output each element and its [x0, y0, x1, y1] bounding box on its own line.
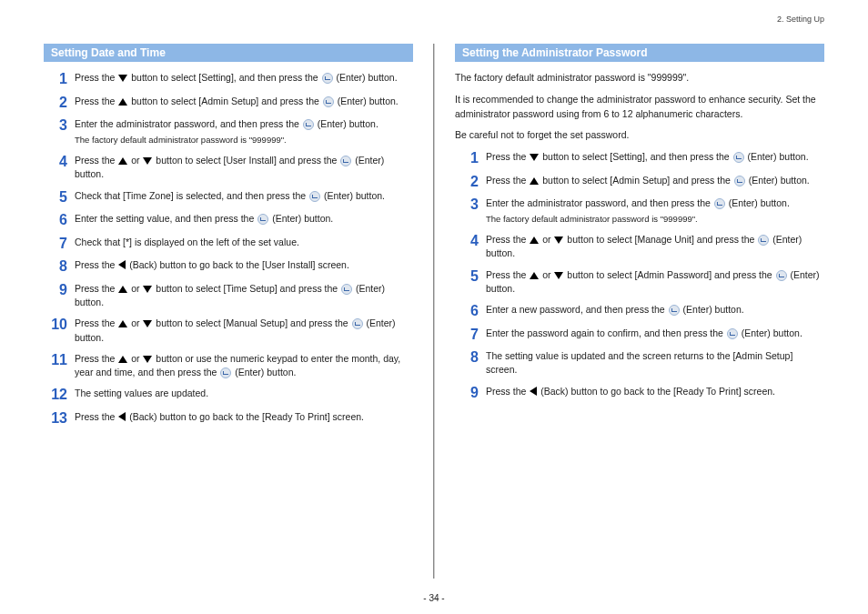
step: 9Press the (Back) button to go back to t…	[455, 385, 824, 401]
up-arrow-icon	[118, 356, 127, 363]
section-title-right: Setting the Administrator Password	[455, 44, 824, 62]
step: 3Enter the administrator password, and t…	[455, 196, 824, 226]
step-text: Press the or button or use the numeric k…	[75, 352, 413, 379]
step-text: Check that [*] is displayed on the left …	[75, 236, 413, 249]
up-arrow-icon	[118, 157, 127, 165]
step-text: Press the or button to select [User Inst…	[75, 154, 413, 181]
step: 5Check that [Time Zone] is selected, and…	[44, 189, 413, 206]
up-arrow-icon	[118, 98, 127, 106]
step-text: Press the button to select [Setting], an…	[486, 150, 824, 164]
step: 10Press the or button to select [Manual …	[44, 317, 413, 344]
back-arrow-icon	[530, 387, 537, 396]
intro-right: The factory default administrator passwo…	[455, 71, 824, 143]
down-arrow-icon	[143, 286, 152, 293]
section-title-left: Setting Date and Time	[44, 44, 413, 62]
step: 7Check that [*] is displayed on the left…	[44, 236, 413, 252]
step-text: Enter the administrator password, and th…	[486, 196, 824, 226]
up-arrow-icon	[118, 286, 127, 293]
step: 2Press the button to select [Admin Setup…	[455, 174, 824, 190]
down-arrow-icon	[554, 237, 563, 244]
page-number: - 34 -	[0, 593, 868, 603]
up-arrow-icon	[530, 177, 539, 185]
steps-left: 1Press the button to select [Setting], a…	[44, 71, 413, 426]
enter-icon	[669, 305, 680, 316]
step: 6Enter the setting value, and then press…	[44, 212, 413, 228]
step-text: Enter a new password, and then press the…	[486, 303, 824, 317]
step-text: Press the or button to select [Admin Pas…	[486, 268, 824, 296]
steps-right: 1Press the button to select [Setting], a…	[455, 150, 824, 400]
step-text: Enter the setting value, and then press …	[75, 212, 413, 226]
column-right: Setting the Administrator Password The f…	[435, 44, 824, 579]
step: 5Press the or button to select [Admin Pa…	[455, 268, 824, 296]
down-arrow-icon	[143, 356, 152, 363]
step: 1Press the button to select [Setting], a…	[455, 150, 824, 166]
enter-icon	[734, 176, 745, 186]
step: 6Enter a new password, and then press th…	[455, 303, 824, 319]
step: 8Press the (Back) button to go back to t…	[44, 258, 413, 275]
back-arrow-icon	[118, 412, 126, 421]
enter-icon	[727, 328, 738, 339]
step-text: Press the (Back) button to go back to th…	[75, 258, 413, 272]
step-number: 4	[44, 154, 75, 170]
step-text: Press the or button to select [Manage Un…	[486, 233, 824, 260]
enter-icon	[220, 367, 231, 378]
step-number: 13	[44, 410, 75, 427]
enter-icon	[776, 270, 787, 281]
step-number: 5	[455, 268, 486, 285]
step-number: 2	[44, 95, 75, 111]
enter-icon	[758, 235, 769, 246]
enter-icon	[341, 284, 352, 295]
down-arrow-icon	[118, 75, 127, 82]
step-text: The setting values are updated.	[75, 387, 413, 400]
step: 4Press the or button to select [Manage U…	[455, 233, 824, 260]
step-text: Enter the administrator password, and th…	[75, 117, 413, 146]
down-arrow-icon	[530, 154, 539, 161]
down-arrow-icon	[143, 320, 152, 327]
step-text: Press the or button to select [Manual Se…	[75, 317, 413, 344]
down-arrow-icon	[554, 272, 563, 279]
step: 12The setting values are updated.	[44, 387, 413, 403]
step-number: 11	[44, 352, 75, 368]
step: 2Press the button to select [Admin Setup…	[44, 95, 413, 111]
up-arrow-icon	[530, 237, 539, 244]
enter-icon	[733, 152, 744, 163]
step-text: Press the (Back) button to go back to th…	[75, 410, 413, 424]
step-number: 6	[455, 303, 486, 319]
step-text: Press the (Back) button to go back to th…	[486, 385, 824, 398]
step-number: 1	[455, 150, 486, 166]
step-number: 3	[455, 196, 486, 213]
step-note: The factory default administrator passwo…	[75, 134, 413, 146]
step: 4Press the or button to select [User Ins…	[44, 154, 413, 181]
enter-icon	[714, 198, 725, 209]
step: 11Press the or button or use the numeric…	[44, 352, 413, 379]
intro-paragraph: The factory default administrator passwo…	[455, 71, 824, 86]
step-text: Check that [Time Zone] is selected, and …	[75, 189, 413, 203]
step-text: Press the or button to select [Time Setu…	[75, 282, 413, 309]
up-arrow-icon	[118, 320, 127, 327]
enter-icon	[340, 156, 351, 166]
step: 1Press the button to select [Setting], a…	[44, 71, 413, 87]
step: 13Press the (Back) button to go back to …	[44, 410, 413, 427]
step-number: 5	[44, 189, 75, 206]
step: 9Press the or button to select [Time Set…	[44, 282, 413, 309]
enter-icon	[323, 96, 334, 107]
back-arrow-icon	[118, 260, 126, 269]
columns: Setting Date and Time 1Press the button …	[44, 44, 824, 579]
enter-icon	[352, 318, 363, 329]
down-arrow-icon	[143, 157, 152, 165]
enter-icon	[257, 214, 268, 225]
step-number: 12	[44, 387, 75, 403]
step-number: 7	[44, 236, 75, 252]
step-number: 4	[455, 233, 486, 249]
step: 3Enter the administrator password, and t…	[44, 117, 413, 146]
breadcrumb: 2. Setting Up	[777, 15, 824, 24]
step-text: Press the button to select [Setting], an…	[75, 71, 413, 85]
step-text: The setting value is updated and the scr…	[486, 349, 824, 377]
step-number: 3	[44, 117, 75, 134]
enter-icon	[303, 119, 314, 130]
up-arrow-icon	[530, 272, 539, 279]
enter-icon	[322, 73, 333, 84]
step-number: 8	[44, 258, 75, 275]
column-left: Setting Date and Time 1Press the button …	[44, 44, 433, 579]
step-number: 9	[455, 385, 486, 401]
